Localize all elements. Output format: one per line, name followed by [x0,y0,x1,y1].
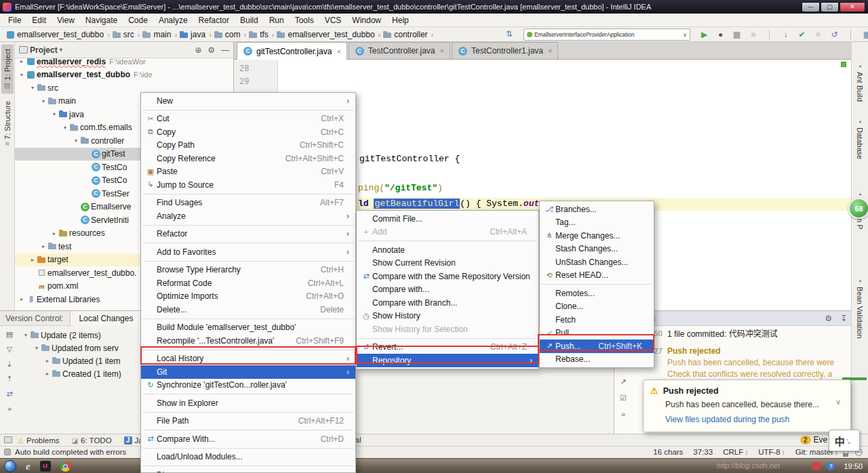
menu-item-fetch[interactable]: Fetch [540,313,654,327]
event-tool-export-button[interactable]: ↗ [620,377,626,386]
menu-tools[interactable]: Tools [290,14,319,26]
menu-item-repository[interactable]: Repository› [357,354,538,367]
close-button[interactable]: ✕ [840,2,865,12]
tool-window-button-ant-build[interactable]: ▪ Ant Build [854,58,866,106]
start-button[interactable] [4,460,16,472]
menu-item-annotate[interactable]: Annotate [357,243,538,257]
menu-item-copy-path[interactable]: Copy PathCtrl+Shift+C [141,139,355,152]
action-separator[interactable] [844,28,858,41]
locate-icon[interactable]: ⊕ [195,45,201,55]
status-widget-16-chars[interactable]: 16 chars [653,448,683,456]
action-coverage-button[interactable]: ▦ [730,28,744,41]
menu-item-synchronize-gittestcon-roller-java[interactable]: ↻Synchronize 'gitTestCon...roller.java' [141,379,355,392]
editor-tab-testcontroller-java[interactable]: TestController.java× [349,42,450,59]
vc-tool-group-by-button[interactable]: ▤ [6,330,13,339]
menu-item-unstash-changes[interactable]: UnStash Changes... [540,255,654,269]
event-entry-sep[interactable]: 38:501 file committed: 代码冲突测试 [643,327,851,339]
menu-edit[interactable]: Edit [26,14,52,26]
menu-window[interactable]: Window [347,14,387,26]
chevron-down-icon[interactable]: ▾ [60,47,62,53]
tool-window-button-event-log[interactable]: 2 Eve [800,435,827,445]
crumb-main[interactable]: main› [142,30,179,39]
scroll-to-end-icon[interactable]: ↧ [840,314,847,323]
tool-window-button-database[interactable]: ▪ Database [854,114,866,163]
menu-item-remotes[interactable]: Remotes... [540,287,654,300]
vc-tool-collapse-all-button[interactable]: ⇡ [6,375,12,384]
vc-tool-expand-all-button[interactable]: ⇣ [6,360,12,369]
event-tool-mark-read-button[interactable]: ☑ [620,394,627,403]
crumb-emallserver-test-dubbo[interactable]: emallserver_test_dubbo› [5,30,112,39]
menu-item-compare-with-the-same-repository-version[interactable]: ⇄Compare with the Same Repository Versio… [357,270,538,283]
menu-item-branches[interactable]: ⎇Branches... [540,203,654,216]
sort-icon[interactable]: ⇅ [503,29,515,39]
close-tab-icon[interactable]: × [548,47,552,55]
overlay-badge[interactable]: 68 [848,198,868,219]
menu-item-clone[interactable]: Clone... [540,300,654,314]
event-tool-more-button[interactable]: » [621,410,625,418]
menu-navigate[interactable]: Navigate [80,14,123,26]
menu-item-pull[interactable]: ↙Pull... [540,327,654,340]
menu-item-reset-head[interactable]: ⟲Reset HEAD... [540,269,654,283]
menu-item-git[interactable]: Git› [141,365,355,379]
action-run-button[interactable]: ▶ [697,28,711,41]
menu-file[interactable]: File [3,14,26,26]
menu-item-refactor[interactable]: Refactor› [141,228,355,241]
menu-item-merge-changes[interactable]: ⋔Merge Changes... [540,229,654,243]
menu-item-new[interactable]: New› [141,94,355,108]
menu-item-copy[interactable]: ⧉CopyCtrl+C [141,125,355,139]
tab-local-changes[interactable]: Local Changes [70,311,142,326]
menu-help[interactable]: Help [387,14,414,26]
menu-item-rebase[interactable]: Rebase... [540,353,654,367]
tool-window-switcher-icon[interactable] [4,436,12,443]
menu-refactor[interactable]: Refactor [193,14,235,26]
crumb-com[interactable]: com› [214,30,248,39]
menu-item-delete[interactable]: Delete...Delete [141,303,355,316]
menu-item-reformat-code[interactable]: Reformat CodeCtrl+Alt+L [141,276,355,290]
status-widget-utf-8[interactable]: UTF-8 [758,448,785,456]
inspection-status-icon[interactable] [841,62,846,67]
event-entry-sep[interactable]: 48:27Push rejected [643,345,851,356]
menu-item-show-current-revision[interactable]: Show Current Revision [357,257,538,270]
tray-help-icon[interactable]: ? [827,462,835,470]
tool-window-button-1-project[interactable]: ▤ 1: Project [1,45,14,94]
menu-view[interactable]: View [52,14,80,26]
vc-tool-filter-button[interactable]: ▽ [7,345,12,354]
menu-item-stash-changes[interactable]: Stash Changes... [540,243,654,256]
crumb-java[interactable]: java› [179,30,214,39]
view-files-link[interactable]: View files updated during the push [665,415,844,424]
menu-item-jump-to-source[interactable]: ↳Jump to SourceF4 [141,178,355,192]
tree-row-emallserver-test-dubbo[interactable]: ▾emallserver_test_dubboF:\ide [15,68,233,82]
crumb-controller[interactable]: controller› [382,30,435,39]
menu-item-compare-with-branch[interactable]: Compare with Branch... [357,296,538,310]
crumb-tfs[interactable]: tfs› [248,30,276,39]
menu-item-analyze[interactable]: Analyze› [141,209,355,223]
menu-item-browse-type-hierarchy[interactable]: Browse Type HierarchyCtrl+H [141,264,355,277]
menu-item-tag[interactable]: Tag... [540,216,654,230]
menu-item-add-to-favorites[interactable]: Add to Favorites› [141,245,355,259]
action-commit-button[interactable]: ✔ [795,28,809,41]
ime-indicator[interactable]: 中 '。 [829,430,860,451]
action-update-project-button[interactable]: ↓ [778,28,793,41]
editor-tab-gittestcontroller-java[interactable]: gitTestController.java× [237,42,347,60]
status-widget-37-33[interactable]: 37:33 [693,448,713,456]
menu-analyze[interactable]: Analyze [153,14,193,26]
tool-window-button-bean-validation[interactable]: ▪ Bean Validation [854,273,866,342]
tree-row-emallserver-redis[interactable]: ▸emallserver_redisF:\ideaWor [15,58,233,68]
menu-item-compare-with[interactable]: ⇄Compare With...Ctrl+D [141,432,355,446]
crumb-src[interactable]: src› [112,30,142,39]
editor-tab-testcontroller1-java[interactable]: TestController1.java× [452,42,559,59]
event-entry-sep[interactable]: Push has been cancelled, because there w… [643,356,851,368]
gear-icon[interactable]: ⚙ [825,314,832,323]
menu-item-compare-with[interactable]: Compare with... [357,283,538,297]
menu-item-show-in-explorer[interactable]: Show in Explorer [141,396,355,410]
menu-item-local-history[interactable]: Local History› [141,352,355,366]
tool-window-button-6-todo[interactable]: ◪6: TODO [72,436,112,445]
menu-item-find-usages[interactable]: Find UsagesAlt+F7 [141,197,355,210]
expand-chevron-icon[interactable]: ∨ [835,398,841,407]
gear-icon[interactable]: ⚙ [208,45,215,55]
action-debug-button[interactable]: ● [713,28,728,41]
menu-item-file-path[interactable]: File PathCtrl+Alt+F12 [141,415,355,428]
menu-item-revert[interactable]: ↺Revert...Ctrl+Alt+Z [357,341,538,354]
chrome-icon[interactable] [60,461,71,472]
tool-window-button-problems[interactable]: ⚠Problems [18,436,60,445]
